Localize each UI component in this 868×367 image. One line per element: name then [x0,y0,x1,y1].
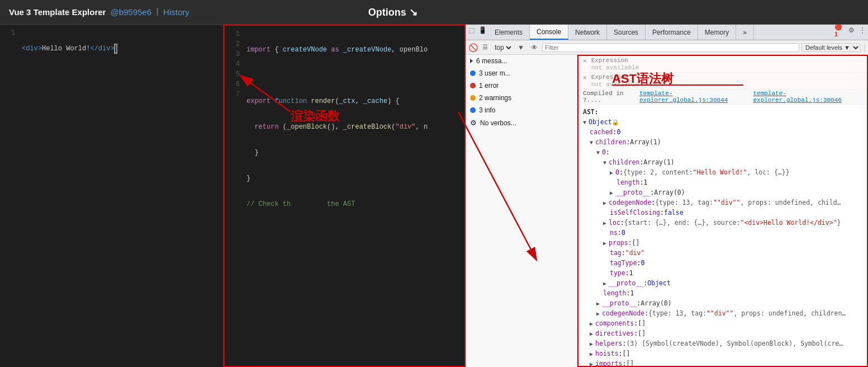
output-line-2 [244,72,464,82]
ast-children-arr: ▼children: Array(1) [578,137,867,147]
ast-helpers: ▶helpers: (3) [Symbol(createVNode), Symb… [578,338,867,349]
tab-performance[interactable]: Performance [646,25,698,40]
tab-sources[interactable]: Sources [607,25,646,40]
console-sidebar: 6 messa... 3 user m... 1 error 2 warning… [466,55,577,367]
ast-children-inner-0: ▶0: {type: 2, content: "Hello World!", l… [578,167,867,177]
main-content: 1 <div>Hello World!</div> 1 2 3 4 5 6 7 … [0,25,868,367]
history-link[interactable]: History [163,7,189,17]
close-expression-2[interactable]: ✕ [583,74,587,81]
ast-directives: ▶directives: [] [578,328,867,338]
ast-codegen-node-2: ▶codegenNode: {type: 13, tag: ""div"", p… [578,308,867,318]
mobile-icon[interactable]: 📱 [477,25,488,36]
filter-all-label: 6 messa... [476,57,507,65]
expression-label-2: Expression [591,74,639,81]
tab-console[interactable]: Console [530,25,568,40]
ast-loc-1: ▶loc: {start: {…}, end: {…}, source: "<d… [578,218,867,228]
editor-panel: 1 <div>Hello World!</div> [0,25,224,367]
ast-source-link-1[interactable]: template-explorer.global.js:30044 [639,90,749,103]
expression-value-1: not available [591,64,639,71]
settings-icon[interactable]: ⚙ [846,25,857,36]
ast-children-inner: ▼children: Array(1) [578,157,867,167]
warning-dot [470,95,476,101]
options-button[interactable]: Options ↘ [368,6,418,18]
editor-code[interactable]: <div>Hello World!</div> [20,25,223,367]
tab-more[interactable]: » [736,25,754,40]
ast-codegen-node-1: ▶codegenNode: {type: 13, tag: ""div"", p… [578,197,867,208]
close-expression-1[interactable]: ✕ [583,57,587,64]
user-dot [470,70,476,76]
ast-length-inner: length: 1 [578,177,867,187]
code-line-1: <div>Hello World!</div> [20,45,223,55]
console-toolbar: 🚫 ☰ top ▼ 👁 Default levels ▼ [466,40,868,55]
tab-memory[interactable]: Memory [698,25,736,40]
info-dot [470,107,476,113]
filter-verbose-label: No verbos... [480,119,516,127]
filter-warning-label: 2 warnings [479,94,511,102]
error-dot [470,83,476,88]
expression-value-2: not available [591,81,639,88]
output-line-6: } [244,175,464,185]
console-filter-input[interactable] [542,43,799,52]
commit-link[interactable]: @b9595e6 [110,7,151,17]
filter-all-messages[interactable]: 6 messa... [466,55,577,67]
output-code: import { createVNode as _createVNode, op… [244,30,464,361]
ast-children-0: ▼0: [578,147,867,157]
expression-2: ✕ Expression not available [578,73,867,90]
output-line-4: return (_openBlock(), _createBlock("div"… [244,123,464,133]
ast-hoists: ▶hoists: [] [578,349,867,359]
ast-type-1: type: 1 [578,268,867,278]
ast-panel[interactable]: AST: ▼Object 🔒 cached: 0 ▼children: Arra… [578,105,867,366]
ast-components: ▶components: [] [578,318,867,328]
context-select[interactable]: top [492,43,513,52]
levels-select[interactable]: Default levels ▼ [801,43,861,52]
app-title: Vue 3 Template Explorer [9,7,106,17]
ast-length-1: length: 1 [578,288,867,298]
filter-verbose[interactable]: ⚙ No verbos... [466,116,577,129]
output-panel: 1 2 3 4 5 6 7 import { createVNode as _c… [224,25,466,367]
filter-icon[interactable]: ☰ [480,43,490,53]
console-area: 6 messa... 3 user m... 1 error 2 warning… [466,55,868,367]
error-badge: 🔴 1 [834,25,846,36]
ast-label: AST: [578,107,867,117]
output-line-3: export function render(_ctx, _cache) { [244,97,464,107]
eye-icon[interactable]: 👁 [529,42,540,53]
output-line-7: // Check th the AST [244,200,464,210]
filter-errors[interactable]: 1 error [466,79,577,92]
ast-imports: ▶imports: [] [578,359,867,366]
ast-proto-arr-0: ▶__proto__: Array(0) [578,298,867,308]
line-numbers: 1 [0,25,20,367]
filter-user-label: 3 user m... [479,69,511,77]
expression-1: ✕ Expression not available [578,56,867,73]
ast-cached: cached: 0 [578,127,867,137]
filter-info[interactable]: 3 info [466,104,577,116]
ast-proto-inner: ▶__proto__: Array(0) [578,187,867,197]
editor-section[interactable]: 1 <div>Hello World!</div> [0,25,223,367]
ast-tag: tag: "div" [578,248,867,258]
output-line-1: import { createVNode as _createVNode, op… [244,46,464,56]
top-bar: Vue 3 Template Explorer @b9595e6 | Histo… [0,0,868,25]
context-dropdown-icon[interactable]: ▼ [515,42,527,53]
ast-source-link-2[interactable]: template-explorer.global.js:30046 [753,90,862,103]
separator: | [155,7,160,17]
expand-icon [470,59,473,63]
devtools-tab-bar: ⬚ 📱 Elements Console Network Sources Per… [466,25,868,40]
line-number: 1 [0,29,20,39]
inspect-icon[interactable]: ⬚ [466,25,477,36]
tab-elements[interactable]: Elements [488,25,530,40]
tab-network[interactable]: Network [568,25,607,40]
output-line-5: } [244,149,464,159]
filter-warnings[interactable]: 2 warnings [466,92,577,104]
clear-console-icon[interactable]: 🚫 [468,43,478,53]
ast-header: Compiled in 7.... template-explorer.glob… [578,90,867,105]
filter-error-label: 1 error [479,82,499,90]
ast-isself-closing: isSelfClosing: false [578,208,867,218]
filter-info-label: 3 info [479,106,495,114]
ast-ns: ns: 0 [578,228,867,238]
gear-icon: ⚙ [470,119,477,127]
ast-proto-object: ▶__proto__: Object [578,278,867,288]
ast-props: ▶props: [] [578,238,867,248]
output-line-numbers: 1 2 3 4 5 6 7 [225,30,244,361]
filter-user-messages[interactable]: 3 user m... [466,67,577,79]
more-icon[interactable]: ⋮ [857,25,868,36]
devtools-panel: ⬚ 📱 Elements Console Network Sources Per… [466,25,868,367]
